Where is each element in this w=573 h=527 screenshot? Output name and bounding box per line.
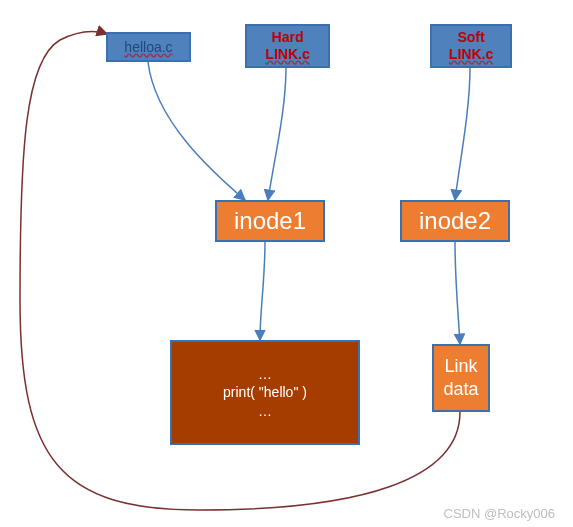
node-linkdata: Link data xyxy=(432,344,490,412)
edge-inode1-code xyxy=(260,242,265,340)
connectors xyxy=(0,0,573,527)
edge-inode2-linkdata xyxy=(455,242,460,344)
watermark: CSDN @Rocky006 xyxy=(444,506,555,521)
node-code-line2: print( "hello" ) xyxy=(223,383,307,401)
node-hardlink-line2: LINK.c xyxy=(265,46,309,63)
node-helloa: helloa.c xyxy=(106,32,191,62)
edge-helloa-inode1 xyxy=(148,62,245,200)
node-linkdata-line1: Link xyxy=(444,355,477,378)
edge-softlink-inode2 xyxy=(455,68,470,200)
node-linkdata-line2: data xyxy=(443,378,478,401)
node-inode2: inode2 xyxy=(400,200,510,242)
node-helloa-label: helloa.c xyxy=(124,39,172,55)
node-inode1: inode1 xyxy=(215,200,325,242)
node-softlink-line2: LINK.c xyxy=(449,46,493,63)
node-hardlink-line1: Hard xyxy=(272,29,304,46)
node-code-line1: … xyxy=(258,365,272,383)
node-softlink-line1: Soft xyxy=(457,29,484,46)
edge-hardlink-inode1 xyxy=(268,68,286,200)
node-inode1-label: inode1 xyxy=(234,207,306,235)
node-code-line3: … xyxy=(258,402,272,420)
node-softlink: Soft LINK.c xyxy=(430,24,512,68)
node-inode2-label: inode2 xyxy=(419,207,491,235)
node-hardlink: Hard LINK.c xyxy=(245,24,330,68)
node-code: … print( "hello" ) … xyxy=(170,340,360,445)
